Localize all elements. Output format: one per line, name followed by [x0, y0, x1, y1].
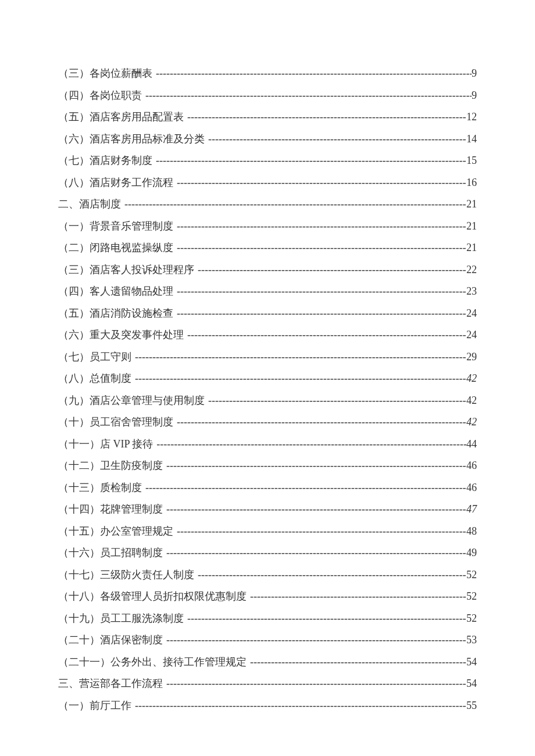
toc-entry-label: （八）总值制度 — [58, 368, 131, 390]
toc-entry: 二、酒店制度21 — [58, 194, 477, 216]
toc-entry-page: 52 — [466, 586, 477, 608]
toc-entry: （十二）卫生防疫制度46 — [58, 455, 477, 477]
toc-leader — [131, 695, 466, 717]
toc-entry-label: （十九）员工工服洗涤制度 — [58, 608, 184, 630]
toc-entry: （十八）各级管理人员折扣权限优惠制度52 — [58, 586, 477, 608]
toc-entry-page: 55 — [466, 695, 477, 717]
toc-entry-label: （四）客人遗留物品处理 — [58, 281, 173, 303]
toc-entry-label: （九）酒店公章管理与使用制度 — [58, 390, 205, 412]
toc-entry-page: 24 — [466, 324, 477, 346]
toc-leader — [173, 521, 466, 543]
toc-entry-label: （六）酒店客房用品标准及分类 — [58, 128, 205, 151]
toc-entry-label: （十二）卫生防疫制度 — [58, 455, 163, 477]
toc-entry: （二十一）公务外出、接待工作管理规定54 — [58, 651, 477, 673]
toc-leader — [163, 629, 466, 651]
toc-entry-label: （七）员工守则 — [58, 346, 131, 368]
toc-leader — [173, 411, 466, 433]
toc-entry-label: （二）闭路电视监操纵度 — [58, 237, 173, 259]
toc-entry-label: 三、营运部各工作流程 — [58, 673, 163, 695]
toc-entry: （六）酒店客房用品标准及分类14 — [58, 128, 477, 151]
toc-entry-page: 52 — [466, 608, 477, 630]
toc-leader — [194, 564, 466, 586]
toc-entry-page: 48 — [466, 521, 477, 543]
toc-entry-label: （十四）花牌管理制度 — [58, 499, 163, 521]
toc-entry-page: 44 — [466, 433, 477, 456]
toc-leader — [205, 128, 466, 151]
toc-entry: （十五）办公室管理规定48 — [58, 521, 477, 543]
toc-entry-label: （十六）员工招聘制度 — [58, 542, 163, 564]
toc-entry: （十七）三级防火责任人制度52 — [58, 564, 477, 586]
toc-entry-label: （一）背景音乐管理制度 — [58, 216, 173, 238]
toc-entry-label: （十八）各级管理人员折扣权限优惠制度 — [58, 586, 247, 608]
toc-leader — [173, 216, 466, 238]
toc-entry-label: （十五）办公室管理规定 — [58, 521, 173, 543]
toc-entry-page: 21 — [466, 194, 477, 216]
toc-leader — [205, 390, 466, 412]
toc-entry-page: 14 — [466, 128, 477, 151]
toc-entry: （十三）质检制度46 — [58, 477, 477, 499]
toc-entry-page: 12 — [466, 106, 477, 128]
toc-entry: （十九）员工工服洗涤制度52 — [58, 608, 477, 630]
toc-entry: （三）各岗位薪酬表9 — [58, 63, 477, 85]
toc-entry-page: 42 — [466, 368, 477, 390]
toc-leader — [173, 172, 466, 194]
toc-leader — [152, 63, 472, 85]
toc-entry-page: 54 — [466, 651, 477, 673]
toc-entry-label: （十七）三级防火责任人制度 — [58, 564, 194, 586]
toc-leader — [184, 608, 466, 630]
toc-entry: （十一）店 VIP 接待44 — [58, 433, 477, 456]
toc-leader — [163, 542, 466, 564]
toc-entry: （二）闭路电视监操纵度21 — [58, 237, 477, 259]
toc-entry-label: （十三）质检制度 — [58, 477, 142, 499]
toc-entry: （七）员工守则29 — [58, 346, 477, 368]
toc-entry-page: 15 — [466, 150, 477, 172]
toc-entry-label: （一）前厅工作 — [58, 695, 131, 717]
toc-entry-label: （五）酒店消防设施检查 — [58, 303, 173, 325]
toc-leader — [121, 194, 466, 216]
toc-entry: （四）客人遗留物品处理23 — [58, 281, 477, 303]
toc-entry-label: （五）酒店客房用品配置表 — [58, 106, 184, 128]
toc-entry: （七）酒店财务制度15 — [58, 150, 477, 172]
toc-entry-page: 54 — [466, 673, 477, 695]
toc-entry-page: 46 — [466, 477, 477, 499]
toc-entry: （一）前厅工作55 — [58, 695, 477, 717]
toc-entry-page: 9 — [472, 63, 477, 85]
toc-entry: 三、营运部各工作流程54 — [58, 673, 477, 695]
toc-entry-page: 21 — [466, 237, 477, 259]
toc-leader — [184, 324, 466, 346]
toc-leader — [152, 150, 466, 172]
toc-leader — [131, 368, 466, 390]
toc-entry: （六）重大及突发事件处理24 — [58, 324, 477, 346]
toc-leader — [163, 455, 466, 477]
toc-leader — [142, 477, 466, 499]
toc-entry-page: 53 — [466, 629, 477, 651]
toc-entry-label: （二十）酒店保密制度 — [58, 629, 163, 651]
toc-entry-label: （十一）店 VIP 接待 — [58, 433, 153, 456]
toc-entry-label: （六）重大及突发事件处理 — [58, 324, 184, 346]
toc-leader — [173, 237, 466, 259]
toc-leader — [247, 651, 466, 673]
toc-entry-page: 49 — [466, 542, 477, 564]
toc-entry: （八）酒店财务工作流程16 — [58, 172, 477, 194]
toc-entry-label: 二、酒店制度 — [58, 194, 121, 216]
toc-entry-page: 29 — [466, 346, 477, 368]
toc-entry: （一）背景音乐管理制度21 — [58, 216, 477, 238]
toc-leader — [247, 586, 466, 608]
toc-entry-page: 9 — [472, 85, 477, 107]
toc-entry-page: 52 — [466, 564, 477, 586]
toc-leader — [184, 106, 466, 128]
toc-entry-page: 21 — [466, 216, 477, 238]
toc-entry: （九）酒店公章管理与使用制度42 — [58, 390, 477, 412]
toc-leader — [153, 433, 466, 456]
toc-entry-label: （三）酒店客人投诉处理程序 — [58, 259, 194, 281]
toc-entry-label: （十）员工宿舍管理制度 — [58, 411, 173, 433]
toc-entry-label: （八）酒店财务工作流程 — [58, 172, 173, 194]
toc-leader — [163, 499, 466, 521]
toc-entry: （二十）酒店保密制度53 — [58, 629, 477, 651]
toc-entry-label: （二十一）公务外出、接待工作管理规定 — [58, 651, 247, 673]
toc-entry-page: 22 — [466, 259, 477, 281]
toc-entry-label: （七）酒店财务制度 — [58, 150, 152, 172]
toc-leader — [173, 281, 466, 303]
toc-entry-page: 47 — [466, 499, 477, 521]
toc-entry-page: 23 — [466, 281, 477, 303]
